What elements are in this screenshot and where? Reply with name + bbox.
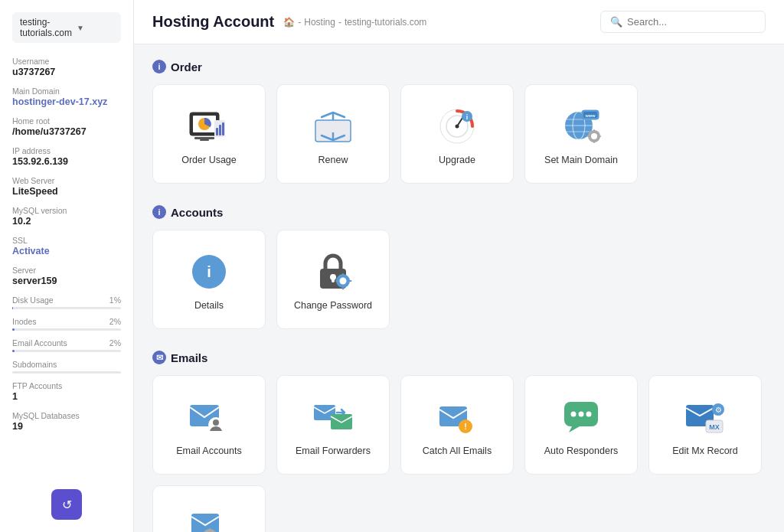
search-icon: 🔍 <box>610 16 622 28</box>
order-usage-card[interactable]: Order Usage <box>152 84 266 184</box>
change-password-label: Change Password <box>294 300 372 311</box>
svg-point-40 <box>340 278 347 285</box>
username-value: u3737267 <box>12 67 121 77</box>
set-main-domain-card[interactable]: www Set Main Domain <box>524 84 638 184</box>
mysql-db-row: MySQL Databases 19 <box>12 411 121 432</box>
inodes-pct: 2% <box>109 317 121 326</box>
details-icon: i <box>188 251 230 292</box>
renew-card[interactable]: Renew <box>276 84 390 184</box>
home-root-value: /home/u3737267 <box>12 126 121 137</box>
edit-mx-record-icon: MX ⚙ <box>684 397 726 438</box>
email-forwarders-card[interactable]: Email Forwarders <box>276 375 390 475</box>
refresh-button[interactable]: ↺ <box>51 489 82 520</box>
server-value: server159 <box>12 276 121 286</box>
main-content: Hosting Account 🏠 - Hosting - testing-tu… <box>134 0 784 532</box>
chevron-down-icon: ▼ <box>77 24 113 32</box>
breadcrumb-sep2: - <box>338 17 341 28</box>
auto-responders-label: Auto Responders <box>544 446 619 456</box>
ip-label: IP address <box>12 146 121 155</box>
svg-rect-6 <box>216 128 218 135</box>
set-main-domain-label: Set Main Domain <box>544 155 618 165</box>
mysql-version-label: MySQL version <box>12 206 121 215</box>
order-cards-grid: Order Usage <box>152 84 766 184</box>
svg-rect-38 <box>332 277 335 282</box>
order-section: i Order <box>152 60 766 184</box>
details-card[interactable]: i Details <box>152 230 266 329</box>
ssl-row: SSL Activate <box>12 236 121 256</box>
upgrade-icon: i <box>436 106 478 147</box>
disk-usage-fill <box>12 307 13 309</box>
ftp-accounts-row: FTP Accounts 1 <box>12 381 121 402</box>
mysql-db-label: MySQL Databases <box>12 411 121 420</box>
svg-rect-42 <box>342 287 344 290</box>
svg-text:!: ! <box>464 422 467 431</box>
search-input[interactable] <box>627 16 756 28</box>
svg-rect-30 <box>593 129 595 132</box>
svg-rect-43 <box>335 280 338 282</box>
breadcrumb-hosting: Hosting <box>304 17 335 28</box>
email-accounts-bar <box>12 350 121 352</box>
username-label: Username <box>12 57 121 66</box>
server-row: Server server159 <box>12 266 121 286</box>
change-password-card[interactable]: Change Password <box>276 230 390 329</box>
email-accounts-usage-row: Email Accounts 2% <box>12 338 121 352</box>
ip-row: IP address 153.92.6.139 <box>12 146 121 167</box>
order-usage-icon <box>188 106 230 147</box>
svg-rect-49 <box>331 414 352 429</box>
mysql-version-row: MySQL version 10.2 <box>12 206 121 227</box>
mail-service-control-card[interactable]: Mail Service Control <box>152 485 266 532</box>
email-forwarders-icon <box>312 397 354 438</box>
order-title-text: Order <box>171 60 202 73</box>
svg-text:i: i <box>466 113 469 121</box>
subdomains-row: Subdomains <box>12 360 121 374</box>
change-password-icon <box>312 251 354 292</box>
ssl-value[interactable]: Activate <box>12 246 121 256</box>
main-domain-value[interactable]: hostinger-dev-17.xyz <box>12 96 121 107</box>
renew-icon <box>312 106 354 147</box>
svg-rect-8 <box>222 122 224 135</box>
renew-label: Renew <box>318 155 348 165</box>
main-domain-label: Main Domain <box>12 86 121 96</box>
set-main-domain-icon: www <box>560 106 602 147</box>
breadcrumb-domain: testing-tutorials.com <box>345 17 426 28</box>
ftp-accounts-value: 1 <box>12 391 121 402</box>
svg-rect-31 <box>593 140 595 143</box>
inodes-row: Inodes 2% <box>12 317 121 331</box>
auto-responders-card[interactable]: Auto Responders <box>524 375 638 475</box>
upgrade-card[interactable]: i Upgrade <box>400 84 514 184</box>
svg-point-55 <box>579 412 584 417</box>
details-label: Details <box>194 300 224 311</box>
main-domain-row: Main Domain hostinger-dev-17.xyz <box>12 86 121 107</box>
domain-selector[interactable]: testing-tutorials.com ▼ <box>12 12 121 43</box>
svg-point-17 <box>456 125 459 129</box>
sidebar: testing-tutorials.com ▼ Username u373726… <box>0 0 134 532</box>
edit-mx-record-label: Edit Mx Record <box>672 446 737 456</box>
accounts-title-text: Accounts <box>171 206 223 219</box>
disk-usage-bar <box>12 307 121 309</box>
email-accounts-card[interactable]: Email Accounts <box>152 375 266 475</box>
top-header: Hosting Account 🏠 - Hosting - testing-tu… <box>134 0 784 44</box>
search-box[interactable]: 🔍 <box>600 11 766 33</box>
email-accounts-fill <box>12 350 15 352</box>
accounts-info-icon: i <box>152 205 166 219</box>
svg-rect-33 <box>598 135 601 137</box>
home-root-label: Home root <box>12 116 121 126</box>
subdomains-bar <box>12 371 121 374</box>
emails-cards-grid: Email Accounts <box>152 375 766 475</box>
domain-selector-label: testing-tutorials.com <box>20 17 72 38</box>
catch-all-emails-card[interactable]: ! Catch All Emails <box>400 375 514 475</box>
home-icon[interactable]: 🏠 <box>283 17 295 28</box>
email-accounts-label: Email Accounts <box>176 446 241 456</box>
ftp-accounts-label: FTP Accounts <box>12 381 121 390</box>
inodes-fill <box>12 328 15 331</box>
accounts-cards-grid: i Details <box>152 230 766 329</box>
email-accounts-icon <box>188 397 230 438</box>
server-label: Server <box>12 266 121 275</box>
inodes-bar <box>12 328 121 331</box>
edit-mx-record-card[interactable]: MX ⚙ Edit Mx Record <box>648 375 762 475</box>
svg-text:⚙: ⚙ <box>715 406 722 414</box>
svg-text:www: www <box>585 113 596 118</box>
mysql-db-value: 19 <box>12 421 121 432</box>
upgrade-label: Upgrade <box>439 155 475 165</box>
svg-rect-62 <box>191 514 219 532</box>
